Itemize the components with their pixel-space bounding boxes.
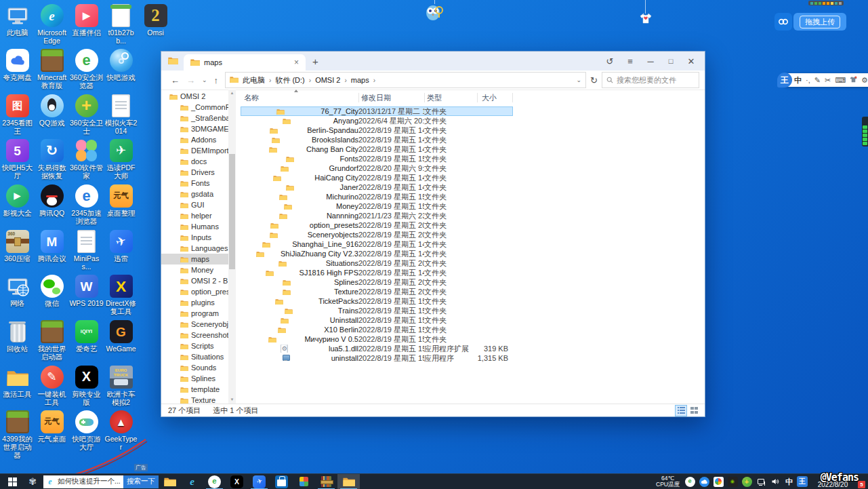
tree-item-OMSI 2 - B[interactable]: OMSI 2 - B — [161, 275, 228, 286]
tree-item-Situations[interactable]: Situations — [161, 351, 228, 362]
file-row[interactable]: Michurino2022/8/19 星期五 15:...文件夹 — [241, 192, 513, 201]
maximize-button[interactable]: □ — [665, 57, 676, 65]
desktop-icon-360-software-manager[interactable]: 360软件管家 — [69, 139, 104, 180]
file-row[interactable]: Nannning2021/1/23 星期六 23:...文件夹 — [241, 211, 513, 220]
taskbar-search[interactable]: e 如何快速提升一个... 搜索一下 — [43, 475, 159, 488]
desktop-icon-live-companion[interactable]: ▶直播伴侣 — [69, 4, 104, 37]
details-view-button[interactable] — [676, 406, 686, 416]
tray-icon-360-browser[interactable]: e — [684, 475, 696, 488]
desktop-icon-recycle-bin[interactable]: 回收站 — [0, 320, 35, 353]
tray-icon-network-tray[interactable] — [755, 475, 767, 488]
tray-icon-quark-cloud[interactable] — [698, 475, 710, 488]
column-header-2[interactable]: 类型 — [427, 91, 442, 104]
taskbar-app-folder-open[interactable] — [337, 474, 360, 489]
desktop-icon-360-zip[interactable]: 360360压缩 — [0, 230, 35, 262]
file-row[interactable]: Money2022/8/19 星期五 15:...文件夹 — [241, 201, 513, 211]
tree-item-Screenshot[interactable]: Screenshot — [161, 330, 228, 340]
file-row[interactable]: SJ1816 High FPS2022/8/19 星期五 14:...文件夹 — [241, 268, 513, 277]
tray-icon-nvidia[interactable]: ◉ — [726, 475, 739, 488]
desktop-icon-directx-repair[interactable]: XDirectX修复工具 — [104, 275, 138, 315]
tree-item-Humans[interactable]: Humans — [161, 221, 228, 232]
desktop-icon-4399-minecraft[interactable]: 4399我的世界启动器 — [0, 410, 35, 459]
desktop-icon-360-safeguard[interactable]: +360安全卫士 — [69, 94, 104, 135]
breadcrumb-item[interactable]: 此电脑 — [241, 75, 266, 85]
recent-dropdown-icon[interactable]: ⌄ — [202, 77, 207, 83]
tree-item-Scripts[interactable]: Scripts — [161, 340, 228, 351]
file-row[interactable]: ShiJiaZhuang City V2.32022/8/19 星期五 14:.… — [241, 249, 513, 258]
desktop-icon-desktop-organizer[interactable]: 元气桌面整理 — [104, 184, 138, 217]
file-row[interactable]: ⚙lua5.1.dll2022/8/19 星期五 15:...应用程序扩展319… — [241, 344, 513, 353]
ime-indicator[interactable]: 中 — [785, 477, 793, 487]
tree-item-program[interactable]: program — [161, 308, 228, 319]
clock[interactable]: 2022/8/20 — [812, 475, 854, 488]
taskbar-search-button[interactable]: 搜索一下 — [123, 475, 159, 488]
tree-item-docs[interactable]: docs — [161, 156, 228, 167]
taskbar-app-xunlei[interactable]: ✈ — [248, 474, 270, 489]
scroll-down-icon[interactable]: ▼ — [228, 396, 236, 404]
swirl-widget-button[interactable]: ✾ — [24, 474, 41, 489]
scroll-up-icon[interactable]: ▲ — [228, 90, 236, 97]
breadcrumb[interactable]: 此电脑›软件 (D:)›OMSI 2›maps› ⌄ — [225, 72, 586, 88]
thumbnail-view-button[interactable] — [688, 406, 699, 416]
breadcrumb-item[interactable]: OMSI 2 — [314, 76, 342, 84]
tree-item-Drivers[interactable]: Drivers — [161, 167, 228, 178]
desktop-icon-train-simulator[interactable]: 模拟火车2014 — [104, 94, 138, 135]
desktop-icon-tencent-qq[interactable]: 腾讯QQ — [35, 184, 69, 217]
tree-item-DEMImport[interactable]: DEMImport — [161, 145, 228, 156]
desktop-icon-wegame[interactable]: GWeGame — [104, 320, 138, 353]
desktop-icon-pdf-reader[interactable]: ✈迅读PDF大师 — [104, 139, 138, 180]
tree-item-OMSI 2[interactable]: OMSI 2 — [161, 91, 228, 102]
minimize-button[interactable]: ─ — [645, 56, 656, 66]
file-row[interactable]: Janer2022/8/19 星期五 14:...文件夹 — [241, 182, 513, 192]
tree-item-GUI[interactable]: GUI — [161, 199, 228, 210]
taskbar-app-explorer-folder[interactable] — [159, 474, 181, 489]
desktop-icon-edge[interactable]: eMicrosoft Edge — [35, 4, 69, 45]
desktop-icon-iqiyi[interactable]: iQIYI爱奇艺 — [69, 320, 104, 353]
search-input[interactable]: 搜索您想要的文件 — [602, 72, 699, 88]
breadcrumb-item[interactable]: 软件 (D:) — [274, 75, 306, 85]
taskbar-app-ms-store[interactable] — [270, 474, 293, 489]
tab-close-icon[interactable]: × — [294, 58, 299, 67]
tree-item-plugins[interactable]: plugins — [161, 297, 228, 308]
tree-item-Addons[interactable]: Addons — [161, 134, 228, 145]
desktop-icon-wps[interactable]: WWPS 2019 — [69, 275, 104, 307]
tray-icon-360-safeguard[interactable]: + — [741, 475, 753, 488]
tree-item-Money[interactable]: Money — [161, 265, 228, 275]
desktop-icon-onekey-install[interactable]: ✎一键装机工具 — [35, 366, 69, 406]
desktop-icon-kuaiba-games[interactable]: 快吧游戏 — [104, 49, 138, 81]
tree-item-Texture[interactable]: Texture — [161, 395, 228, 404]
taskbar-app-360-browser[interactable]: e — [203, 474, 226, 489]
desktop-icon-kuaiba-webgames[interactable]: 快吧页游大厅 — [69, 410, 104, 451]
desktop-icon-temp-file[interactable]: t01b27bb... — [104, 4, 138, 45]
desktop-icon-data-recovery[interactable]: ↻失易得数据恢复 — [35, 139, 69, 180]
tree-item-option_pres[interactable]: option_pres — [161, 286, 228, 297]
file-row[interactable]: Trains2022/8/19 星期五 15:...文件夹 — [241, 306, 513, 315]
file-row[interactable]: Situations2022/8/19 星期五 20:...文件夹 — [241, 258, 513, 268]
file-row[interactable]: Sceneryobjects2022/8/19 星期五 20:...文件夹 — [241, 230, 513, 239]
undo-icon[interactable]: ↺ — [604, 56, 615, 66]
tree-item-Splines[interactable]: Splines — [161, 373, 228, 384]
file-row[interactable]: X10 Berlin2022/8/19 星期五 15:...文件夹 — [241, 325, 513, 334]
desktop-icon-minecraft-launcher[interactable]: 我的世界启动器 — [35, 320, 69, 361]
forward-button[interactable]: → — [186, 75, 195, 85]
tree-scrollbar[interactable]: ▲ ▼ — [228, 90, 236, 404]
file-row[interactable]: Splines2022/8/19 星期五 20:...文件夹 — [241, 277, 513, 287]
column-header-3[interactable]: 大小 — [482, 91, 497, 104]
file-row[interactable]: Berlin-Spandau2022/8/19 星期五 14:...文件夹 — [241, 125, 513, 135]
file-row[interactable]: Texture2022/8/19 星期五 20:...文件夹 — [241, 287, 513, 296]
menu-icon[interactable]: ≡ — [625, 56, 636, 66]
file-row[interactable]: uninstall2022/8/19 星期五 15:...应用程序1,315 K… — [241, 353, 513, 363]
file-row[interactable]: Anyang2022/6/4 星期六 20:31文件夹 — [241, 116, 513, 125]
column-header-0[interactable]: 名称 — [244, 91, 259, 104]
desktop-icon-quark-drive[interactable]: 夸克网盘 — [0, 49, 35, 81]
tree-item-_Straßenbal[interactable]: _Straßenbal — [161, 113, 228, 123]
desktop-icon-euro-truck-2[interactable]: EURO TRUCK欧洲卡车模拟2 — [104, 366, 138, 406]
close-button[interactable]: ✕ — [686, 56, 697, 66]
desktop-icon-xunlei[interactable]: ✈迅雷 — [104, 230, 138, 262]
desktop-icon-2345-picviewer[interactable]: 图2345看图王 — [0, 94, 35, 135]
desktop-icon-network[interactable]: 网络 — [0, 275, 35, 307]
taskbar-app-archive-books[interactable] — [315, 474, 337, 489]
refresh-icon[interactable]: ↻ — [590, 75, 598, 85]
tree-item-Fonts[interactable]: Fonts — [161, 178, 228, 189]
desktop-icon-video-daquan[interactable]: ▶影视大全 — [0, 184, 35, 217]
